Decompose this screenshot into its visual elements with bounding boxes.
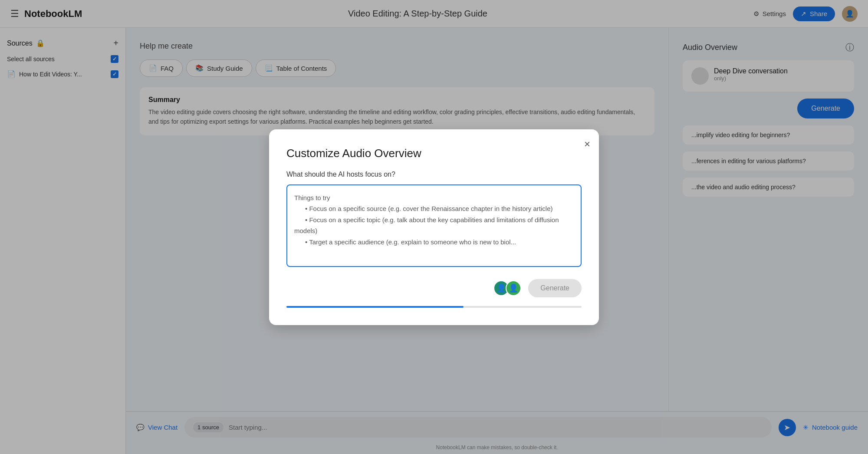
modal-question: What should the AI hosts focus on? — [286, 171, 582, 178]
modal-progress-bar — [286, 306, 582, 308]
modal-progress-fill — [286, 306, 464, 308]
modal-generate-button[interactable]: Generate — [528, 279, 582, 297]
modal-overlay: × Customize Audio Overview What should t… — [0, 0, 868, 454]
modal: × Customize Audio Overview What should t… — [269, 129, 599, 325]
modal-avatars: 👤 👤 — [493, 280, 521, 296]
avatar-circle-2: 👤 — [506, 280, 521, 296]
modal-title: Customize Audio Overview — [286, 147, 582, 160]
modal-footer: 👤 👤 Generate — [286, 279, 582, 297]
modal-textarea[interactable]: Things to try • Focus on a specific sour… — [286, 184, 582, 267]
modal-close-button[interactable]: × — [584, 138, 590, 150]
